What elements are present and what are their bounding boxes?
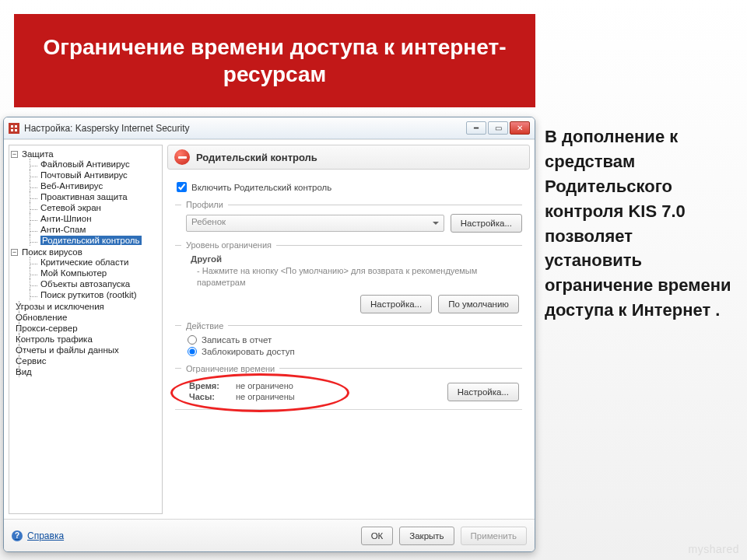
- app-icon: [9, 123, 19, 134]
- help-link[interactable]: ? Справка: [12, 530, 64, 541]
- tree-node-protection[interactable]: − Защита Файловый Антивирус Почтовый Ант…: [11, 149, 160, 247]
- dialog-footer: ? Справка ОК Закрыть Применить: [4, 519, 535, 551]
- tree-item[interactable]: Поиск руткитов (rootkit): [22, 289, 160, 300]
- settings-window: Настройка: Kaspersky Internet Security ━…: [3, 117, 535, 552]
- help-icon: ?: [12, 530, 23, 541]
- tree-item[interactable]: Обновление: [11, 312, 160, 323]
- tree-item[interactable]: Анти-Спам: [22, 224, 160, 235]
- tree-item[interactable]: Прокси-сервер: [11, 323, 160, 334]
- collapse-icon[interactable]: −: [11, 249, 18, 256]
- minimize-button[interactable]: ━: [466, 121, 486, 135]
- nav-tree[interactable]: − Защита Файловый Антивирус Почтовый Ант…: [9, 145, 163, 514]
- window-title: Настройка: Kaspersky Internet Security: [24, 123, 189, 134]
- close-button[interactable]: ✕: [510, 121, 530, 135]
- tree-item[interactable]: Вид: [11, 366, 160, 377]
- svg-rect-0: [9, 123, 19, 134]
- tree-item[interactable]: Мой Компьютер: [22, 268, 160, 278]
- close-dialog-button[interactable]: Закрыть: [399, 527, 454, 545]
- tree-item-parental-control[interactable]: Родительский контроль: [22, 235, 160, 246]
- pane-header: Родительский контроль: [167, 145, 530, 170]
- radio-log[interactable]: Записать в отчет: [188, 335, 522, 345]
- group-time: Ограничение времени: [175, 364, 522, 373]
- tree-item[interactable]: Проактивная защита: [22, 191, 160, 202]
- ok-button[interactable]: ОК: [361, 527, 394, 545]
- default-button[interactable]: По умолчанию: [438, 295, 519, 313]
- tree-item[interactable]: Отчеты и файлы данных: [11, 345, 160, 355]
- level-name: Другой: [191, 254, 522, 264]
- time-values: Время:не ограничено Часы:не ограничены: [189, 381, 345, 401]
- level-settings-button[interactable]: Настройка...: [360, 295, 432, 313]
- tree-item[interactable]: Почтовый Антивирус: [22, 170, 160, 180]
- enable-checkbox[interactable]: Включить Родительский контроль: [177, 182, 522, 192]
- maximize-button[interactable]: ▭: [488, 121, 508, 135]
- collapse-icon[interactable]: −: [11, 151, 18, 158]
- tree-item[interactable]: Файловый Антивирус: [22, 159, 160, 170]
- titlebar[interactable]: Настройка: Kaspersky Internet Security ━…: [4, 117, 535, 139]
- group-profiles: Профили: [175, 200, 522, 209]
- stop-icon: [174, 149, 190, 165]
- apply-button[interactable]: Применить: [461, 527, 527, 545]
- slide-title: Ограничение времени доступа к интернет-р…: [14, 14, 535, 107]
- tree-item[interactable]: Веб-Антивирус: [22, 180, 160, 191]
- enable-checkbox-input[interactable]: [177, 182, 187, 192]
- radio-block[interactable]: Заблокировать доступ: [188, 347, 522, 356]
- tree-item[interactable]: Анти-Шпион: [22, 213, 160, 224]
- profile-select[interactable]: Ребенок: [186, 215, 444, 232]
- tree-item[interactable]: Объекты автозапуска: [22, 278, 160, 289]
- group-level: Уровень ограничения: [175, 240, 522, 250]
- group-action: Действие: [175, 321, 522, 331]
- level-hint: - Нажмите на кнопку <По умолчанию> для в…: [197, 265, 522, 289]
- tree-node-scan[interactable]: − Поиск вирусов Критические области Мой …: [11, 247, 160, 301]
- content-pane: Родительский контроль Включить Родительс…: [167, 145, 530, 514]
- watermark: myshared: [689, 543, 739, 555]
- tree-item[interactable]: Угрозы и исключения: [11, 301, 160, 312]
- slide-description: В дополнение к средствам Родительского к…: [545, 124, 731, 323]
- tree-item[interactable]: Критические области: [22, 257, 160, 268]
- tree-item[interactable]: Сетевой экран: [22, 202, 160, 213]
- pane-title: Родительский контроль: [196, 152, 317, 163]
- tree-item[interactable]: Контроль трафика: [11, 334, 160, 345]
- time-settings-button[interactable]: Настройка...: [447, 383, 519, 401]
- enable-label: Включить Родительский контроль: [191, 183, 331, 192]
- profile-settings-button[interactable]: Настройка...: [451, 214, 522, 233]
- tree-item[interactable]: Сервис: [11, 355, 160, 366]
